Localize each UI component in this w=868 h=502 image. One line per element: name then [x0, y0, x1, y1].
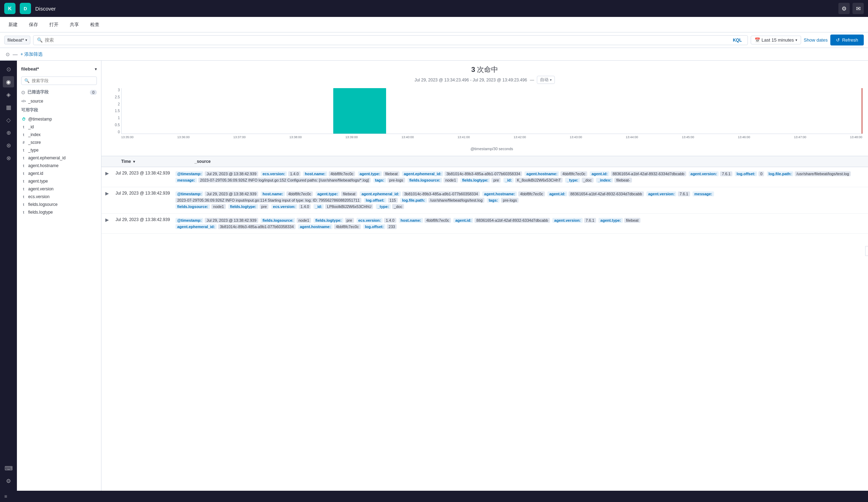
index-field-name: _index: [28, 132, 41, 137]
sidebar-icon-discover[interactable]: ◉: [3, 76, 14, 87]
field-item-fields-logtype[interactable]: t fields.logtype: [17, 208, 101, 216]
refresh-icon: ↺: [836, 37, 840, 43]
time-picker[interactable]: 📅 Last 15 minutes ▾: [751, 36, 801, 44]
y-axis-labels: 3 2.5 2 1.5 1 0.5 0: [107, 88, 121, 134]
ecs-version-field-name: ecs.version: [28, 194, 50, 199]
type-field-name: _type: [28, 148, 38, 153]
field-item-fields-logsource[interactable]: t fields.logsource: [17, 201, 101, 208]
agent-id-field-name: agent.id: [28, 171, 43, 176]
source-type-icon: </>: [21, 99, 26, 103]
calendar-icon: 📅: [755, 37, 760, 43]
score-field-name: _score: [28, 140, 41, 145]
sidebar-icon-ml[interactable]: ⊛: [3, 140, 14, 151]
sidebar-icon-management[interactable]: ⚙: [3, 475, 14, 486]
save-button[interactable]: 保存: [26, 20, 41, 29]
field-search-input[interactable]: [32, 78, 94, 83]
bottom-menu-icon[interactable]: ≡: [4, 494, 7, 499]
refresh-button[interactable]: ↺ Refresh: [830, 35, 864, 45]
share-button[interactable]: 共享: [67, 20, 82, 29]
new-button[interactable]: 新建: [6, 20, 20, 29]
sidebar-icon-visualize[interactable]: ◈: [3, 89, 14, 100]
field-item-agent-id[interactable]: t agent.id: [17, 170, 101, 177]
field-item-source[interactable]: </> _source: [17, 97, 101, 105]
expand-row-3[interactable]: ▶: [101, 214, 113, 233]
field-item-id[interactable]: t _id: [17, 123, 101, 131]
agent-id-type-icon: t: [21, 172, 26, 176]
inspect-button[interactable]: 检查: [87, 20, 102, 29]
available-fields-list: ⏱ @timestamp t _id t _index # _score t _…: [17, 115, 101, 216]
field-item-index[interactable]: t _index: [17, 131, 101, 139]
selected-section-title: 已筛选字段: [27, 89, 49, 95]
time-column-header[interactable]: Time ▼: [121, 159, 192, 164]
table-row: ▶ Jul 29, 2023 @ 13:38:42.939 @timestamp…: [101, 167, 868, 187]
sidebar-icon-dashboard[interactable]: ▦: [3, 102, 14, 113]
logtype-type-icon: t: [21, 210, 26, 214]
id-type-icon: t: [21, 125, 26, 129]
sidebar-icon-devtools[interactable]: ⌨: [3, 463, 14, 474]
row-3-time: Jul 29, 2023 @ 13:38:42.939: [113, 214, 172, 233]
index-name: filebeat*: [21, 66, 39, 72]
agent-type-field-name: agent.type: [28, 179, 48, 184]
selected-filter-icon: ⊙: [21, 90, 25, 95]
app-title: Discover: [35, 6, 834, 12]
histogram-chart: [121, 88, 862, 134]
auto-chevron-icon: ▾: [550, 78, 552, 82]
selected-count-badge: 0: [90, 90, 97, 95]
sidebar-icon-canvas[interactable]: ◇: [3, 114, 14, 126]
row-2-time: Jul 29, 2023 @ 13:38:42.939: [113, 187, 172, 213]
show-dates-button[interactable]: Show dates: [804, 37, 828, 43]
sidebar-icon-maps[interactable]: ⊕: [3, 127, 14, 138]
x-axis-label: @timestamp/30 seconds: [121, 147, 862, 151]
bottom-bar: ≡: [0, 491, 868, 502]
field-item-agent-version[interactable]: t agent.version: [17, 185, 101, 193]
field-search-icon: 🔍: [24, 78, 30, 83]
field-item-type[interactable]: t _type: [17, 146, 101, 154]
search-bar: filebeat* ▾ 🔍 KQL 📅 Last 15 minutes ▾ Sh…: [0, 32, 868, 48]
row-3-source: @timestamp:Jul 29, 2023 @ 13:38:42.939 f…: [172, 214, 868, 233]
time-label: Last 15 minutes: [762, 37, 794, 43]
bar-4: [333, 88, 386, 134]
search-icon: 🔍: [37, 37, 43, 43]
agent-type-type-icon: t: [21, 179, 26, 183]
timestamp-field-name: @timestamp: [28, 117, 52, 122]
field-item-score[interactable]: # _score: [17, 139, 101, 146]
expand-row-2[interactable]: ▶: [101, 187, 113, 213]
index-label: filebeat*: [7, 37, 24, 43]
chart-title: 3 次命中: [107, 65, 862, 74]
chart-subtitle: Jul 29, 2023 @ 13:34:23.496 - Jul 29, 20…: [107, 76, 862, 84]
hostname-field-name: agent.hostname: [28, 163, 58, 168]
index-selector[interactable]: filebeat* ▾: [4, 36, 30, 44]
ephemeral-type-icon: t: [21, 156, 26, 160]
open-button[interactable]: 打开: [46, 20, 61, 29]
index-dropdown[interactable]: filebeat* ▾: [17, 63, 101, 74]
toolbar: 新建 保存 打开 共享 检查: [0, 17, 868, 32]
index-type-icon: t: [21, 133, 26, 137]
user-avatar: D: [20, 3, 31, 14]
table-area: Time ▼ _source ▶ Jul 29, 2023 @ 13:38:42…: [101, 156, 868, 502]
logsource-type-icon: t: [21, 203, 26, 207]
fields-panel: filebeat* ▾ 🔍 ⊙ 已筛选字段 0 </> _source 可用字段: [17, 61, 101, 502]
kibana-logo: K: [4, 3, 16, 14]
sidebar-icon-graph[interactable]: ⊗: [3, 152, 14, 164]
field-item-ecs-version[interactable]: t ecs.version: [17, 193, 101, 201]
row-1-time: Jul 29, 2023 @ 13:38:42.939: [113, 167, 172, 187]
kql-badge[interactable]: KQL: [731, 37, 744, 43]
auto-select[interactable]: 自动 ▾: [537, 76, 555, 84]
expand-row-1[interactable]: ▶: [101, 167, 113, 187]
add-filter-button[interactable]: + 添加筛选: [20, 51, 43, 57]
type-type-icon: t: [21, 148, 26, 152]
settings-icon[interactable]: ⚙: [838, 3, 850, 14]
field-item-agent-type[interactable]: t agent.type: [17, 177, 101, 185]
sidebar-icon-home[interactable]: ⊙: [3, 63, 14, 75]
field-item-ephemeral-id[interactable]: t agent.ephemeral_id: [17, 154, 101, 162]
field-item-hostname[interactable]: t agent.hostname: [17, 162, 101, 170]
id-field-name: _id: [28, 124, 34, 129]
search-input[interactable]: [45, 37, 728, 43]
filter-icon: ⊙: [6, 51, 10, 57]
available-section-title: 可用字段: [21, 107, 38, 113]
mail-icon[interactable]: ✉: [852, 3, 864, 14]
row-1-source: @timestamp:Jul 29, 2023 @ 13:38:42.939 e…: [172, 167, 868, 187]
selected-fields-section: ⊙ 已筛选字段 0: [17, 87, 101, 97]
selected-fields-list: </> _source: [17, 97, 101, 105]
field-item-timestamp[interactable]: ⏱ @timestamp: [17, 115, 101, 123]
